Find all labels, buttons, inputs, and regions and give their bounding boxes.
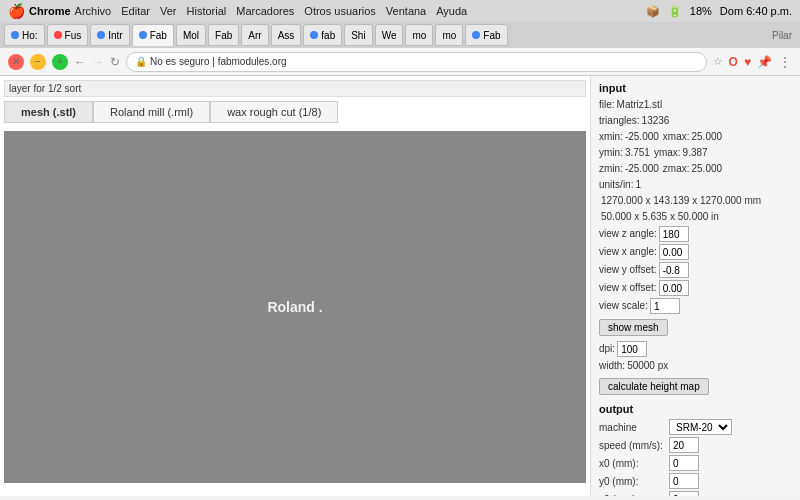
- view-scale-label: view scale:: [599, 299, 648, 313]
- pin-icon: 📌: [757, 55, 772, 69]
- minimize-btn[interactable]: −: [30, 54, 46, 70]
- dims2-value: 50.000 x 5.635 x 50.000 in: [601, 210, 719, 224]
- ymin-value: 3.751: [625, 146, 650, 160]
- xmin-label: xmin:: [599, 130, 623, 144]
- user-name: Pilar: [768, 30, 796, 41]
- menu-historial[interactable]: Historial: [187, 5, 227, 17]
- ymax-value: 9.387: [683, 146, 708, 160]
- speed-input[interactable]: [669, 437, 699, 453]
- left-panel: layer for 1/2 sort mesh (.stl) Roland mi…: [0, 76, 590, 496]
- canvas-label: Roland .: [267, 299, 322, 315]
- dropbox-icon: 📦: [646, 5, 660, 18]
- lock-icon: 🔒: [135, 56, 147, 67]
- format-tab-roland[interactable]: Roland mill (.rml): [93, 101, 210, 123]
- tab-0[interactable]: Ho:: [4, 24, 45, 46]
- browser-chrome: 🍎 Chrome Archivo Editar Ver Historial Ma…: [0, 0, 800, 76]
- dims1-value: 1270.000 x 143.139 x 1270.000 mm: [601, 194, 761, 208]
- ymin-label: ymin:: [599, 146, 623, 160]
- xmax-value: 25.000: [692, 130, 723, 144]
- close-btn[interactable]: ✕: [8, 54, 24, 70]
- file-label: file:: [599, 98, 615, 112]
- title-bar-right: 📦 🔋 18% Dom 6:40 p.m.: [646, 5, 792, 18]
- menu-archivo[interactable]: Archivo: [75, 5, 112, 17]
- width-value: 50000 px: [627, 359, 668, 373]
- view-y-offset-row: view y offset:: [599, 262, 792, 278]
- format-tab-mesh[interactable]: mesh (.stl): [4, 101, 93, 123]
- star-icon[interactable]: ☆: [713, 55, 723, 68]
- menu-ver[interactable]: Ver: [160, 5, 177, 17]
- view-x-input[interactable]: [659, 244, 689, 260]
- title-bar-left: 🍎 Chrome Archivo Editar Ver Historial Ma…: [8, 3, 646, 19]
- triangles-row: triangles: 13236: [599, 114, 792, 128]
- tab-11[interactable]: mo: [405, 24, 433, 46]
- output-section-title: output: [599, 403, 792, 415]
- speed-label: speed (mm/s):: [599, 440, 669, 451]
- machine-row: machine SRM-20: [599, 419, 792, 435]
- back-icon[interactable]: ←: [74, 55, 86, 69]
- speed-row: speed (mm/s):: [599, 437, 792, 453]
- reload-icon[interactable]: ↻: [110, 55, 120, 69]
- machine-label: machine: [599, 422, 669, 433]
- view-z-input[interactable]: [659, 226, 689, 242]
- y0-input[interactable]: [669, 473, 699, 489]
- menu-icon[interactable]: ⋮: [778, 54, 792, 70]
- battery-level: 18%: [690, 5, 712, 17]
- view-x-label: view x angle:: [599, 245, 657, 259]
- format-tab-wax[interactable]: wax rough cut (1/8): [210, 101, 338, 123]
- title-bar: 🍎 Chrome Archivo Editar Ver Historial Ma…: [0, 0, 800, 22]
- tab-10[interactable]: We: [375, 24, 404, 46]
- z0-input[interactable]: [669, 491, 699, 496]
- show-mesh-button[interactable]: show mesh: [599, 319, 668, 336]
- view-y-offset-input[interactable]: [659, 262, 689, 278]
- menu-editar[interactable]: Editar: [121, 5, 150, 17]
- tab-2[interactable]: Intr: [90, 24, 129, 46]
- y0-label: y0 (mm):: [599, 476, 669, 487]
- x0-label: x0 (mm):: [599, 458, 669, 469]
- url-bar[interactable]: 🔒 No es seguro | fabmodules.org: [126, 52, 707, 72]
- app-name: Chrome: [29, 5, 71, 17]
- menu-ayuda[interactable]: Ayuda: [436, 5, 467, 17]
- view-scale-input[interactable]: [650, 298, 680, 314]
- tab-1[interactable]: Fus: [47, 24, 89, 46]
- x0-input[interactable]: [669, 455, 699, 471]
- menu-otros[interactable]: Otros usuarios: [304, 5, 376, 17]
- dpi-row: dpi:: [599, 341, 792, 357]
- view-y-offset-label: view y offset:: [599, 263, 657, 277]
- x0-row: x0 (mm):: [599, 455, 792, 471]
- tab-12[interactable]: mo: [435, 24, 463, 46]
- calc-height-button[interactable]: calculate height map: [599, 378, 709, 395]
- menu-marcadores[interactable]: Marcadores: [236, 5, 294, 17]
- address-bar: ✕ − + ← → ↻ 🔒 No es seguro | fabmodules.…: [0, 48, 800, 76]
- view-x-row: view x angle:: [599, 244, 792, 260]
- tab-5[interactable]: Fab: [208, 24, 239, 46]
- content-area: layer for 1/2 sort mesh (.stl) Roland mi…: [0, 76, 800, 496]
- tab-8[interactable]: fab: [303, 24, 342, 46]
- triangles-value: 13236: [642, 114, 670, 128]
- forward-icon[interactable]: →: [92, 55, 104, 69]
- layer-bar: layer for 1/2 sort: [4, 80, 586, 97]
- tab-7[interactable]: Ass: [271, 24, 302, 46]
- zmax-value: 25.000: [692, 162, 723, 176]
- layer-bar-text: layer for 1/2 sort: [9, 83, 81, 94]
- file-value: Matriz1.stl: [617, 98, 663, 112]
- tab-4[interactable]: Mol: [176, 24, 206, 46]
- maximize-btn[interactable]: +: [52, 54, 68, 70]
- tab-6[interactable]: Arr: [241, 24, 268, 46]
- dpi-input[interactable]: [617, 341, 647, 357]
- apple-logo[interactable]: 🍎: [8, 3, 25, 19]
- dims2-row: 50.000 x 5.635 x 50.000 in: [599, 210, 792, 224]
- xmin-row: xmin: -25.000 xmax: 25.000: [599, 130, 792, 144]
- tab-13[interactable]: Fab: [465, 24, 507, 46]
- canvas-area: Roland .: [4, 131, 586, 483]
- width-row: width: 50000 px: [599, 359, 792, 373]
- width-label: width:: [599, 359, 625, 373]
- view-z-row: view z angle:: [599, 226, 792, 242]
- view-z-label: view z angle:: [599, 227, 657, 241]
- tab-3[interactable]: Fab: [132, 24, 174, 46]
- view-x-offset-input[interactable]: [659, 280, 689, 296]
- ymin-row: ymin: 3.751 ymax: 9.387: [599, 146, 792, 160]
- menu-ventana[interactable]: Ventana: [386, 5, 426, 17]
- z0-row: z0 (mm):: [599, 491, 792, 496]
- tab-9[interactable]: Shi: [344, 24, 372, 46]
- machine-select[interactable]: SRM-20: [669, 419, 732, 435]
